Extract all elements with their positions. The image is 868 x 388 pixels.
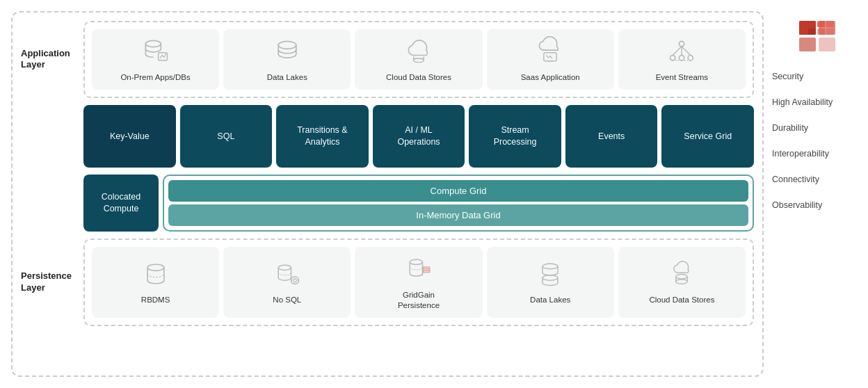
- svg-point-10: [278, 266, 291, 270]
- persistence-layer-row: Persistence Layer RBDMS: [21, 239, 754, 326]
- svg-point-3: [414, 58, 424, 63]
- app-card-saas-label: Saas Application: [521, 72, 580, 83]
- svg-rect-27: [808, 21, 816, 27]
- dark-card-service-grid-label: Service Grid: [684, 131, 732, 143]
- svg-rect-33: [826, 29, 834, 35]
- app-card-event-streams: Event Streams: [618, 29, 746, 90]
- inmemory-grid-row: In-Memory Data Grid: [168, 204, 748, 226]
- persist-card-rdbms: RBDMS: [92, 247, 219, 318]
- dark-card-key-value-label: Key-Value: [110, 131, 150, 143]
- svg-point-5: [680, 41, 684, 46]
- svg-rect-4: [544, 53, 556, 61]
- dark-card-stream-processing: Stream Processing: [469, 105, 561, 168]
- compute-grid-row: Compute Grid: [168, 180, 748, 202]
- svg-point-9: [147, 265, 164, 271]
- cylinder-icon: [140, 259, 171, 289]
- inmemory-grid-label: In-Memory Data Grid: [416, 210, 500, 220]
- data-lake-icon: [272, 36, 303, 67]
- sidebar-item-interoperability-label: Interoperability: [772, 149, 829, 159]
- persist-card-gridgain-label: GridGain Persistence: [398, 290, 440, 311]
- compute-band-row: Colocated Compute Compute Grid In-Memory…: [21, 175, 754, 232]
- svg-point-19: [542, 275, 558, 280]
- svg-rect-31: [826, 21, 834, 27]
- dark-card-transitions-label: Transitions & Analytics: [297, 124, 347, 148]
- sidebar-item-connectivity-label: Connectivity: [772, 175, 819, 184]
- compute-spacer: [21, 175, 83, 232]
- sidebar-item-interoperability: Interoperability: [772, 141, 862, 167]
- diagram-area: Application Layer On-Prem Apps/DBs: [11, 11, 764, 377]
- dark-card-sql-label: SQL: [217, 131, 234, 143]
- app-card-on-prem: On-Prem Apps/DBs: [92, 29, 219, 90]
- svg-point-0: [145, 40, 161, 47]
- sidebar-item-security: Security: [772, 64, 862, 90]
- persist-card-data-lakes: Data Lakes: [487, 247, 614, 318]
- sidebar-item-durability: Durability: [772, 115, 862, 141]
- app-card-event-streams-label: Event Streams: [656, 72, 708, 83]
- colocated-compute-label: Colocated Compute: [102, 191, 140, 215]
- dark-card-events-label: Events: [598, 131, 625, 143]
- dark-card-transitions: Transitions & Analytics: [276, 105, 369, 168]
- persist-card-cloud-data-stores: Cloud Data Stores: [618, 247, 746, 318]
- svg-rect-29: [808, 29, 816, 35]
- svg-rect-28: [799, 29, 807, 35]
- sidebar-item-durability-label: Durability: [772, 123, 808, 133]
- dark-card-key-value: Key-Value: [83, 105, 176, 168]
- svg-point-8: [680, 56, 684, 60]
- cylinder-gear-icon: [272, 259, 303, 289]
- svg-point-6: [670, 56, 675, 60]
- persistence-layer-label: Persistence Layer: [21, 239, 83, 326]
- app-card-data-lakes: Data Lakes: [223, 29, 351, 90]
- svg-rect-32: [817, 29, 825, 35]
- persist-card-gridgain: GridGain Persistence: [355, 247, 482, 318]
- middle-spacer: [21, 105, 83, 168]
- svg-point-21: [676, 275, 688, 279]
- persist-card-cloud-data-stores-label: Cloud Data Stores: [649, 295, 714, 305]
- dark-card-ai-ml-label: AI / ML Operations: [397, 124, 440, 148]
- dark-card-service-grid: Service Grid: [661, 105, 754, 168]
- svg-point-13: [410, 259, 422, 264]
- dark-card-sql: SQL: [180, 105, 273, 168]
- cloud-data-icon: [403, 36, 434, 67]
- sidebar-item-high-availability-label: High Availability: [772, 97, 833, 107]
- persist-card-rdbms-label: RBDMS: [141, 295, 170, 305]
- application-layer-row: Application Layer On-Prem Apps/DBs: [21, 21, 754, 98]
- application-layer-label: Application Layer: [21, 21, 83, 98]
- app-card-data-lakes-label: Data Lakes: [267, 72, 307, 83]
- database-chart-icon: [140, 36, 171, 67]
- app-card-saas: Saas Application: [487, 29, 614, 90]
- compute-grid-label: Compute Grid: [431, 186, 487, 196]
- svg-rect-30: [817, 21, 825, 27]
- persist-card-no-sql-label: No SQL: [273, 295, 301, 305]
- cylinder-flag-icon: [403, 254, 434, 284]
- dark-card-ai-ml: AI / ML Operations: [373, 105, 465, 168]
- sidebar-item-security-label: Security: [772, 72, 803, 81]
- persist-card-data-lakes-label: Data Lakes: [530, 295, 570, 305]
- gridgain-logo-icon: [799, 21, 835, 51]
- right-sidebar: Security High Availability Durability In…: [772, 11, 862, 377]
- svg-rect-24: [799, 38, 816, 51]
- persist-card-no-sql: No SQL: [223, 247, 351, 318]
- sidebar-item-connectivity: Connectivity: [772, 167, 862, 193]
- svg-rect-26: [799, 21, 807, 27]
- svg-point-7: [689, 56, 693, 60]
- nodes-icon: [666, 36, 697, 67]
- middle-band-row: Key-Value SQL Transitions & Analytics AI…: [21, 105, 754, 168]
- sidebar-item-observability: Observability: [772, 193, 862, 218]
- dark-card-stream-processing-label: Stream Processing: [494, 124, 537, 148]
- sidebar-item-observability-label: Observability: [772, 200, 822, 210]
- svg-point-12: [294, 279, 297, 282]
- svg-point-2: [278, 41, 296, 49]
- cylinder-stack-icon: [535, 259, 565, 289]
- sidebar-items-list: Security High Availability Durability In…: [772, 64, 862, 218]
- logo-area: [772, 21, 862, 51]
- sidebar-item-high-availability: High Availability: [772, 90, 862, 115]
- svg-rect-25: [819, 38, 835, 51]
- app-cards-container: On-Prem Apps/DBs Data Lakes: [83, 21, 754, 98]
- svg-point-20: [676, 280, 688, 284]
- dark-card-events: Events: [565, 105, 658, 168]
- app-card-cloud-data-stores: Cloud Data Stores: [355, 29, 482, 90]
- main-container: Application Layer On-Prem Apps/DBs: [0, 0, 868, 388]
- persist-cards-container: RBDMS No SQL: [83, 239, 754, 326]
- compute-grids-container: Compute Grid In-Memory Data Grid: [163, 175, 754, 232]
- dark-cards-container: Key-Value SQL Transitions & Analytics AI…: [83, 105, 754, 168]
